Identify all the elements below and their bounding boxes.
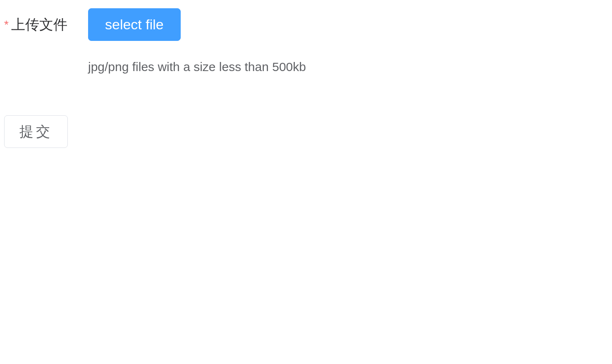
upload-label-col: * 上传文件: [4, 8, 85, 35]
upload-content-col: select file jpg/png files with a size le…: [85, 8, 608, 76]
select-file-button[interactable]: select file: [88, 8, 181, 41]
upload-tip: jpg/png files with a size less than 500k…: [88, 57, 608, 76]
submit-row: 提交: [4, 115, 608, 148]
upload-label: 上传文件: [11, 15, 67, 35]
upload-field-row: * 上传文件 select file jpg/png files with a …: [4, 8, 608, 76]
submit-button[interactable]: 提交: [4, 115, 68, 148]
required-indicator: *: [4, 19, 9, 31]
